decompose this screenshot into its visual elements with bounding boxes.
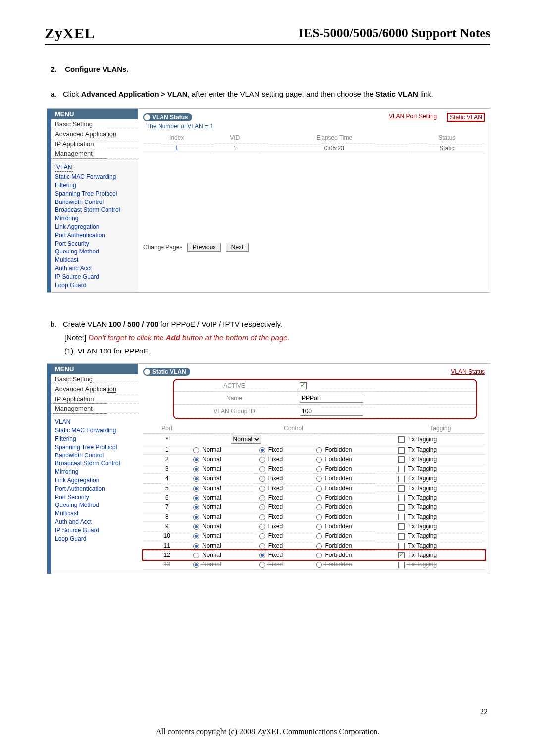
normal-radio[interactable] bbox=[193, 543, 199, 549]
submenu-multicast[interactable]: Multicast bbox=[55, 509, 134, 518]
txtag-checkbox[interactable] bbox=[398, 447, 405, 454]
menu-basic-setting[interactable]: Basic Setting bbox=[51, 374, 138, 384]
name-input[interactable] bbox=[300, 394, 363, 403]
normal-radio[interactable] bbox=[193, 466, 199, 472]
tag-all-checkbox[interactable] bbox=[398, 436, 405, 443]
submenu-static-mac[interactable]: Static MAC Forwarding bbox=[55, 173, 134, 181]
submenu-bandwidth[interactable]: Bandwidth Control bbox=[55, 198, 134, 206]
fixed-radio[interactable] bbox=[259, 466, 265, 472]
forbidden-radio[interactable] bbox=[316, 543, 322, 549]
normal-radio[interactable] bbox=[193, 476, 199, 482]
forbidden-radio[interactable] bbox=[316, 553, 322, 558]
normal-radio[interactable] bbox=[193, 504, 199, 510]
fixed-radio[interactable] bbox=[259, 486, 265, 492]
txtag-checkbox[interactable] bbox=[398, 485, 405, 492]
forbidden-radio[interactable] bbox=[316, 495, 322, 501]
vlan-port-setting-link[interactable]: VLAN Port Setting bbox=[389, 113, 437, 122]
menu-management[interactable]: Management bbox=[51, 149, 138, 159]
submenu-queuing[interactable]: Queuing Method bbox=[55, 501, 134, 509]
forbidden-radio[interactable] bbox=[316, 466, 322, 472]
submenu-broadcast-storm[interactable]: Broadcast Storm Control bbox=[55, 206, 134, 214]
txtag-checkbox[interactable] bbox=[398, 543, 405, 549]
fixed-radio[interactable] bbox=[259, 524, 265, 530]
fixed-radio[interactable] bbox=[259, 504, 265, 510]
submenu-link-aggregation[interactable]: Link Aggregation bbox=[55, 223, 134, 231]
forbidden-radio[interactable] bbox=[316, 447, 322, 453]
submenu-ip-source-guard[interactable]: IP Source Guard bbox=[55, 273, 134, 281]
forbidden-radio[interactable] bbox=[316, 457, 322, 463]
txtag-checkbox[interactable] bbox=[398, 533, 405, 540]
submenu-port-auth[interactable]: Port Authentication bbox=[55, 231, 134, 240]
control-all-select[interactable]: Normal bbox=[231, 435, 261, 444]
menu-management[interactable]: Management bbox=[51, 404, 138, 414]
normal-radio[interactable] bbox=[193, 562, 199, 568]
fixed-radio[interactable] bbox=[259, 495, 265, 501]
group-id-input[interactable] bbox=[300, 407, 363, 416]
submenu-vlan[interactable]: VLAN bbox=[55, 163, 73, 172]
submenu-queuing[interactable]: Queuing Method bbox=[55, 248, 134, 256]
txtag-checkbox[interactable] bbox=[398, 476, 405, 482]
txtag-checkbox[interactable] bbox=[398, 514, 405, 520]
normal-radio[interactable] bbox=[193, 457, 199, 463]
txtag-checkbox[interactable] bbox=[398, 466, 405, 472]
fixed-radio[interactable] bbox=[259, 543, 265, 549]
forbidden-radio[interactable] bbox=[316, 514, 322, 520]
normal-radio[interactable] bbox=[193, 524, 199, 530]
fixed-radio[interactable] bbox=[259, 562, 265, 568]
submenu-auth-acct[interactable]: Auth and Acct bbox=[55, 518, 134, 526]
fixed-radio[interactable] bbox=[259, 514, 265, 520]
txtag-checkbox[interactable] bbox=[398, 552, 405, 558]
normal-radio[interactable] bbox=[193, 495, 199, 501]
menu-basic-setting[interactable]: Basic Setting bbox=[51, 119, 138, 129]
forbidden-radio[interactable] bbox=[316, 486, 322, 492]
menu-ip-application[interactable]: IP Application bbox=[51, 394, 138, 404]
submenu-auth-acct[interactable]: Auth and Acct bbox=[55, 264, 134, 273]
txtag-checkbox[interactable] bbox=[398, 495, 405, 501]
next-button[interactable] bbox=[226, 243, 249, 252]
txtag-checkbox[interactable] bbox=[398, 504, 405, 511]
fixed-radio[interactable] bbox=[259, 476, 265, 482]
forbidden-radio[interactable] bbox=[316, 533, 322, 539]
menu-ip-application[interactable]: IP Application bbox=[51, 139, 138, 149]
menu-advanced-application[interactable]: Advanced Application bbox=[51, 384, 138, 394]
table-row[interactable]: 1 1 0:05:23 Static bbox=[143, 143, 485, 153]
submenu-stp[interactable]: Spanning Tree Protocol bbox=[55, 443, 134, 452]
forbidden-radio[interactable] bbox=[316, 524, 322, 530]
submenu-static-mac[interactable]: Static MAC Forwarding bbox=[55, 426, 134, 435]
submenu-port-security[interactable]: Port Security bbox=[55, 493, 134, 502]
forbidden-radio[interactable] bbox=[316, 476, 322, 482]
normal-radio[interactable] bbox=[193, 447, 199, 453]
fixed-radio[interactable] bbox=[259, 447, 265, 453]
submenu-mirroring[interactable]: Mirroring bbox=[55, 468, 134, 476]
submenu-stp[interactable]: Spanning Tree Protocol bbox=[55, 190, 134, 198]
submenu-link-aggregation[interactable]: Link Aggregation bbox=[55, 476, 134, 485]
submenu-bandwidth[interactable]: Bandwidth Control bbox=[55, 452, 134, 460]
submenu-port-security[interactable]: Port Security bbox=[55, 240, 134, 248]
submenu-loop-guard[interactable]: Loop Guard bbox=[55, 535, 134, 543]
fixed-radio[interactable] bbox=[259, 457, 265, 463]
forbidden-radio[interactable] bbox=[316, 504, 322, 510]
txtag-checkbox[interactable] bbox=[398, 562, 405, 568]
txtag-checkbox[interactable] bbox=[398, 456, 405, 463]
static-vlan-link[interactable]: Static VLAN bbox=[447, 113, 485, 122]
fixed-radio[interactable] bbox=[259, 553, 265, 558]
submenu-ip-source-guard[interactable]: IP Source Guard bbox=[55, 526, 134, 535]
forbidden-radio[interactable] bbox=[316, 562, 322, 568]
vlan-status-link[interactable]: VLAN Status bbox=[451, 368, 485, 375]
normal-radio[interactable] bbox=[193, 514, 199, 520]
normal-radio[interactable] bbox=[193, 486, 199, 492]
normal-radio[interactable] bbox=[193, 533, 199, 539]
submenu-multicast[interactable]: Multicast bbox=[55, 256, 134, 264]
submenu-filtering[interactable]: Filtering bbox=[55, 435, 134, 443]
submenu-mirroring[interactable]: Mirroring bbox=[55, 214, 134, 223]
submenu-vlan[interactable]: VLAN bbox=[55, 418, 134, 426]
active-checkbox[interactable] bbox=[300, 382, 307, 389]
fixed-radio[interactable] bbox=[259, 533, 265, 539]
submenu-broadcast-storm[interactable]: Broadcast Storm Control bbox=[55, 459, 134, 468]
previous-button[interactable] bbox=[187, 243, 221, 252]
txtag-checkbox[interactable] bbox=[398, 523, 405, 530]
submenu-port-auth[interactable]: Port Authentication bbox=[55, 485, 134, 493]
normal-radio[interactable] bbox=[193, 553, 199, 558]
submenu-loop-guard[interactable]: Loop Guard bbox=[55, 281, 134, 290]
submenu-filtering[interactable]: Filtering bbox=[55, 181, 134, 190]
